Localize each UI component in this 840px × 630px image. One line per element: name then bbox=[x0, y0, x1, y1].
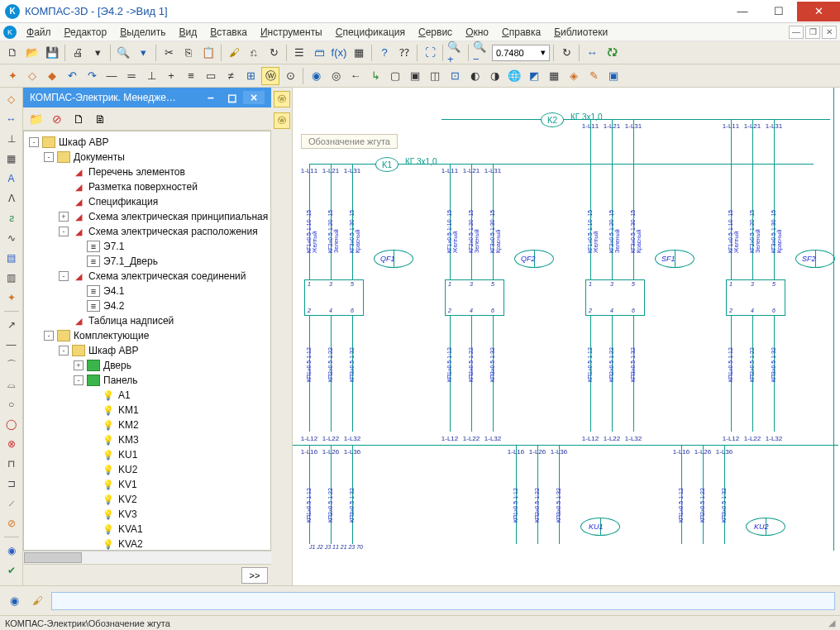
rail-tbl-icon[interactable]: ▤ bbox=[3, 250, 20, 266]
menu-libraries[interactable]: Библиотеки bbox=[547, 25, 614, 40]
panel-folder-icon[interactable]: 📁 bbox=[26, 110, 45, 128]
menu-service[interactable]: Сервис bbox=[412, 25, 459, 40]
tree-node[interactable]: 💡KVA1 bbox=[24, 522, 270, 537]
tree-node[interactable]: 💡KVA2 bbox=[24, 537, 270, 551]
tree-node[interactable]: ≡Э4.2 bbox=[24, 298, 270, 313]
rect-icon[interactable]: ▭ bbox=[202, 67, 220, 85]
resize-grip-icon[interactable]: ◢ bbox=[828, 618, 835, 628]
ex-icon[interactable]: ▣ bbox=[604, 67, 623, 85]
preview2-icon[interactable]: 🔍 bbox=[114, 44, 132, 62]
tree-node[interactable]: 💡KU2 bbox=[24, 462, 270, 477]
mdi-minimize-icon[interactable]: — bbox=[789, 26, 804, 39]
rail-geom-icon[interactable]: ◇ bbox=[3, 91, 20, 107]
menu-help[interactable]: Справка bbox=[495, 25, 547, 40]
brush-icon[interactable]: 🖌 bbox=[225, 44, 243, 62]
tree-node[interactable]: ◢Таблица надписей bbox=[24, 313, 270, 328]
wr-icon[interactable]: ✎ bbox=[585, 67, 603, 85]
props-icon[interactable]: ☰ bbox=[290, 44, 308, 62]
menu-spec[interactable]: Спецификация bbox=[329, 25, 412, 40]
wy-icon[interactable]: ⓦ bbox=[261, 67, 279, 85]
tree-node[interactable]: -Шкаф АВР bbox=[24, 343, 270, 358]
rail-arc-icon[interactable]: Ʌ bbox=[3, 190, 20, 207]
bl2-icon[interactable]: ▣ bbox=[406, 67, 424, 85]
tree-node[interactable]: ≡Э7.1 bbox=[24, 239, 270, 254]
rail-misc6-icon[interactable]: ◯ bbox=[3, 416, 20, 432]
rebuild-icon[interactable]: 🗘 bbox=[603, 44, 621, 62]
rail-misc5-icon[interactable]: ○ bbox=[3, 396, 20, 413]
net-icon[interactable]: ⊡ bbox=[446, 67, 464, 85]
tbl-icon[interactable]: ▦ bbox=[545, 67, 563, 85]
help-icon[interactable]: ? bbox=[375, 44, 394, 62]
menu-file[interactable]: Файл bbox=[20, 25, 58, 40]
rail-b2-icon[interactable]: ✔ bbox=[3, 562, 20, 579]
maximize-button[interactable]: ☐ bbox=[761, 2, 797, 21]
zoom-in-icon[interactable]: 🔍+ bbox=[446, 44, 465, 62]
snap1-icon[interactable]: ✦ bbox=[3, 67, 21, 85]
panel-max-icon[interactable]: ◻ bbox=[222, 91, 243, 104]
tree-view[interactable]: -Шкаф АВР-Документы◢Перечень элементов◢Р… bbox=[23, 131, 271, 551]
drawing-canvas[interactable]: Обозначение жгута K2КГ 3x1,0K1КГ 3x1,01-… bbox=[293, 88, 840, 585]
rail-text-icon[interactable]: A bbox=[3, 170, 20, 187]
tree-node[interactable]: 💡A1 bbox=[24, 388, 270, 403]
conn-icon[interactable]: ⊙ bbox=[281, 67, 299, 85]
undo2-icon[interactable]: ↶ bbox=[63, 67, 81, 85]
rail-hatch-icon[interactable]: ▦ bbox=[3, 150, 20, 167]
bb-brush-icon[interactable]: 🖌 bbox=[28, 592, 46, 610]
rail-dim-icon[interactable]: ↔ bbox=[3, 111, 20, 127]
rail-misc8-icon[interactable]: ⊓ bbox=[3, 456, 20, 472]
tree-node[interactable]: ≡Э4.1 bbox=[24, 284, 270, 298]
tree-node[interactable]: ◢Перечень элементов bbox=[24, 165, 270, 179]
rail-sgreen-icon[interactable]: ƨ bbox=[3, 210, 20, 227]
bl1-icon[interactable]: ▢ bbox=[386, 67, 404, 85]
arr-icon[interactable]: ← bbox=[346, 67, 365, 85]
panel-min-icon[interactable]: – bbox=[200, 91, 222, 104]
bl3-icon[interactable]: ◫ bbox=[426, 67, 444, 85]
db-icon[interactable]: 🗃 bbox=[310, 44, 328, 62]
tree-node[interactable]: 💡KV1 bbox=[24, 477, 270, 492]
mdi-close-icon[interactable]: ✕ bbox=[822, 26, 837, 39]
undo-icon[interactable]: ⎌ bbox=[245, 44, 263, 62]
rail-misc4-icon[interactable]: ⌓ bbox=[3, 376, 20, 393]
tree-node[interactable]: 💡KU1 bbox=[24, 447, 270, 462]
tree-node[interactable]: +Дверь bbox=[24, 358, 270, 373]
tree-node[interactable]: ◢Разметка поверхностей bbox=[24, 179, 270, 194]
print-icon[interactable]: 🖨 bbox=[69, 44, 87, 62]
tree-node[interactable]: 💡KV3 bbox=[24, 507, 270, 522]
cube-icon[interactable]: ◩ bbox=[525, 67, 543, 85]
snap3-icon[interactable]: ◆ bbox=[43, 67, 61, 85]
plus-icon[interactable]: + bbox=[162, 67, 180, 85]
minimize-button[interactable]: — bbox=[724, 2, 761, 21]
new-icon[interactable]: 🗋 bbox=[3, 44, 21, 62]
line-icon[interactable]: — bbox=[103, 67, 121, 85]
paste-icon[interactable]: 📋 bbox=[199, 44, 217, 62]
mdi-restore-icon[interactable]: ❐ bbox=[805, 26, 820, 39]
menu-tools[interactable]: Инструменты bbox=[254, 25, 329, 40]
cfg-icon[interactable]: ◈ bbox=[565, 67, 583, 85]
grid-icon[interactable]: ⊞ bbox=[241, 67, 260, 85]
eq-icon[interactable]: ≡ bbox=[182, 67, 200, 85]
fx-icon[interactable]: f(x) bbox=[330, 44, 348, 62]
menu-editor[interactable]: Редактор bbox=[58, 25, 114, 40]
open-icon[interactable]: 📂 bbox=[23, 44, 41, 62]
tree-node[interactable]: ≡Э7.1_Дверь bbox=[24, 254, 270, 269]
menu-view[interactable]: Вид bbox=[173, 25, 204, 40]
perp-icon[interactable]: ⊥ bbox=[142, 67, 160, 85]
tree-more-button[interactable]: >> bbox=[241, 567, 268, 584]
cut-icon[interactable]: ✂ bbox=[160, 44, 178, 62]
tree-node[interactable]: -Панель bbox=[24, 373, 270, 388]
midrail-wy2-icon[interactable]: ⓦ bbox=[274, 112, 290, 129]
panel-new-icon[interactable]: 🗋 bbox=[69, 110, 88, 128]
rail-b1-icon[interactable]: ◉ bbox=[3, 542, 20, 559]
redo2-icon[interactable]: ↷ bbox=[83, 67, 101, 85]
circ2-icon[interactable]: ◎ bbox=[327, 67, 345, 85]
neq-icon[interactable]: ≠ bbox=[222, 67, 240, 85]
panel-exp-icon[interactable]: 🗎 bbox=[91, 110, 109, 128]
tree-node[interactable]: 💡KV2 bbox=[24, 492, 270, 507]
rail-misc1-icon[interactable]: ↗ bbox=[3, 317, 20, 333]
panel-close-icon[interactable]: × bbox=[243, 91, 265, 104]
tree-node[interactable]: 💡KM2 bbox=[24, 418, 270, 432]
midrail-wy1-icon[interactable]: ⓦ bbox=[274, 91, 290, 107]
tree-node[interactable]: -◢Схема электрическая соединений bbox=[24, 269, 270, 284]
tree-node[interactable]: -Шкаф АВР bbox=[24, 135, 270, 150]
menu-window[interactable]: Окно bbox=[459, 25, 495, 40]
